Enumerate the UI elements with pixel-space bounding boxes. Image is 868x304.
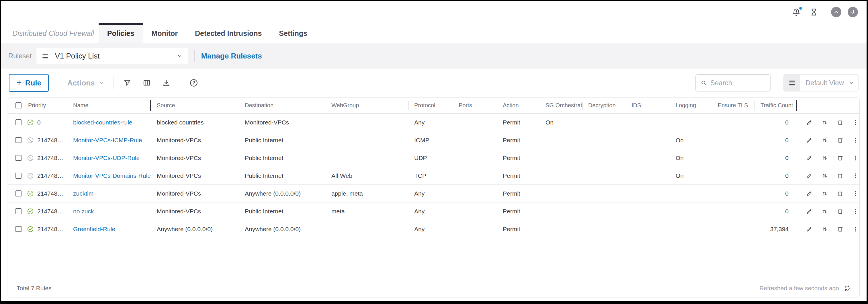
column-header-ensure-tls: Ensure TLS	[712, 97, 754, 113]
column-header-actions	[797, 97, 859, 113]
logging-cell: On	[670, 149, 712, 166]
move-rule-updown-icon[interactable]	[821, 190, 828, 197]
protocol-cell: Any	[408, 185, 453, 202]
rule-status-icon	[27, 190, 34, 197]
webgroup-cell: apple, meta	[326, 185, 408, 202]
action-cell: Permit	[497, 203, 540, 220]
add-rule-button[interactable]: + Rule	[9, 74, 49, 92]
rule-name-link[interactable]: no zuck	[73, 208, 94, 215]
priority-value: 214748…	[37, 155, 63, 161]
ids-cell	[626, 203, 670, 220]
rule-name-link[interactable]: zucktim	[73, 190, 93, 197]
tab-monitor[interactable]: Monitor	[143, 23, 186, 43]
context-title: Distributed Cloud Firewall	[12, 29, 94, 37]
rule-name-link[interactable]: Monitor-VPCs-ICMP-Rule	[73, 137, 142, 144]
traffic-count-cell: 0	[754, 185, 797, 202]
manage-rulesets-link[interactable]: Manage Rulesets	[201, 52, 262, 61]
delete-trash-icon[interactable]	[837, 226, 844, 233]
ports-cell	[453, 203, 497, 220]
delete-trash-icon[interactable]	[837, 155, 844, 161]
rule-name-link[interactable]: blocked-countries-rule	[73, 119, 132, 126]
column-header-priority: Priority	[24, 97, 69, 113]
move-rule-updown-icon[interactable]	[821, 137, 828, 144]
more-options-kebab-icon[interactable]	[852, 173, 859, 179]
webgroup-cell	[326, 131, 408, 149]
column-header-logging: Logging	[670, 97, 712, 113]
delete-trash-icon[interactable]	[837, 190, 844, 197]
more-options-kebab-icon[interactable]	[852, 190, 859, 197]
row-checkbox[interactable]	[16, 155, 22, 161]
more-options-kebab-icon[interactable]	[852, 226, 859, 232]
search-input[interactable]	[710, 79, 765, 87]
sg-orchestration-cell: On	[540, 114, 583, 131]
sg-orchestration-cell	[540, 167, 583, 184]
row-checkbox[interactable]	[16, 137, 22, 143]
filter-funnel-icon[interactable]	[123, 79, 131, 87]
delete-trash-icon[interactable]	[837, 137, 844, 144]
row-checkbox[interactable]	[16, 173, 22, 179]
delete-trash-icon[interactable]	[837, 172, 844, 179]
move-rule-updown-icon[interactable]	[821, 119, 828, 126]
source-cell: Anywhere (0.0.0.0/0)	[151, 220, 239, 238]
row-actions	[797, 114, 859, 131]
rule-name-link[interactable]: Greenfield-Rule	[73, 226, 115, 233]
manage-columns-icon[interactable]	[143, 79, 151, 87]
refresh-icon[interactable]	[844, 284, 851, 292]
account-chevron-up-icon[interactable]	[831, 7, 841, 17]
ports-cell	[453, 185, 497, 202]
row-checkbox[interactable]	[16, 226, 22, 232]
edit-pencil-icon[interactable]	[806, 190, 813, 197]
delete-trash-icon[interactable]	[837, 119, 844, 126]
more-options-kebab-icon[interactable]	[852, 137, 859, 143]
row-checkbox[interactable]	[16, 208, 22, 214]
help-icon[interactable]	[189, 78, 198, 88]
edit-pencil-icon[interactable]	[806, 155, 813, 161]
select-all-checkbox[interactable]	[16, 102, 22, 109]
move-rule-updown-icon[interactable]	[821, 155, 828, 161]
user-avatar[interactable]: J	[848, 7, 858, 17]
tab-detected-intrusions[interactable]: Detected Intrusions	[186, 23, 270, 43]
more-options-kebab-icon[interactable]	[852, 155, 859, 161]
priority-value: 214748…	[37, 190, 63, 197]
pending-tasks-hourglass-icon[interactable]	[809, 8, 818, 17]
more-options-kebab-icon[interactable]	[852, 208, 859, 215]
sg-orchestration-cell	[540, 131, 583, 149]
logging-cell	[670, 203, 712, 220]
edit-pencil-icon[interactable]	[806, 172, 813, 179]
rule-name-link[interactable]: Monitor-VPCs-Domains-Rule	[73, 172, 151, 179]
view-selector[interactable]: Default View	[783, 74, 859, 91]
actions-dropdown[interactable]: Actions	[67, 79, 104, 88]
ids-cell	[626, 149, 670, 166]
toolbar-icon-buttons	[123, 79, 170, 87]
table-row: 214748… Monitor-VPCs-Domains-Rule Monito…	[8, 167, 859, 185]
move-rule-updown-icon[interactable]	[821, 208, 828, 215]
row-checkbox[interactable]	[16, 119, 22, 125]
delete-trash-icon[interactable]	[837, 208, 844, 215]
rule-name-link[interactable]: Monitor-VPCs-UDP-Rule	[73, 155, 140, 161]
edit-pencil-icon[interactable]	[806, 208, 813, 215]
ports-cell	[453, 131, 497, 149]
edit-pencil-icon[interactable]	[806, 119, 813, 126]
edit-pencil-icon[interactable]	[806, 226, 813, 233]
column-header-source: Source	[151, 97, 239, 113]
column-header-protocol: Protocol	[408, 97, 453, 113]
table-row: 214748… Monitor-VPCs-UDP-Rule Monitored-…	[8, 149, 859, 167]
move-rule-updown-icon[interactable]	[821, 172, 828, 179]
toolbar-right-group: Default View	[695, 74, 859, 91]
action-cell: Permit	[497, 167, 540, 184]
ruleset-select[interactable]: V1 Policy List	[36, 48, 188, 64]
notifications-bell-icon[interactable]	[792, 7, 801, 17]
download-icon[interactable]	[162, 79, 170, 87]
tab-settings[interactable]: Settings	[270, 23, 316, 43]
ruleset-selected-value: V1 Policy List	[55, 52, 177, 61]
row-checkbox[interactable]	[16, 190, 22, 196]
more-options-kebab-icon[interactable]	[852, 119, 859, 126]
protocol-cell: Any	[408, 114, 453, 131]
tab-policies[interactable]: Policies	[99, 23, 143, 43]
table-row: 214748… Greenfield-Rule Anywhere (0.0.0.…	[8, 220, 859, 238]
decryption-cell	[583, 131, 626, 149]
traffic-count-cell: 0	[754, 114, 797, 131]
move-rule-updown-icon[interactable]	[821, 226, 828, 233]
search-box[interactable]	[695, 74, 771, 91]
edit-pencil-icon[interactable]	[806, 137, 813, 144]
